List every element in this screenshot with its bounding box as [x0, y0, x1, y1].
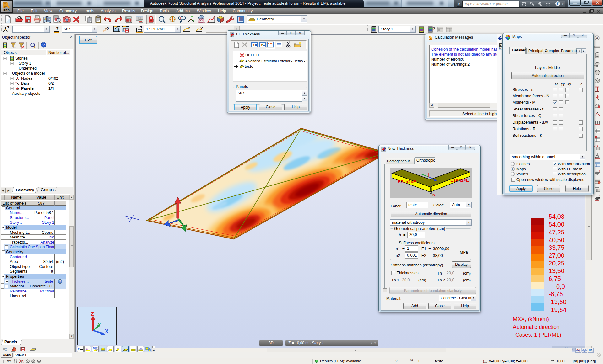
svg-text:N12: N12	[93, 347, 98, 350]
svg-text:h: h	[432, 193, 435, 197]
svg-text:n: n	[78, 347, 80, 351]
svg-text:?: ?	[433, 26, 435, 31]
svg-text:n: n	[86, 347, 88, 350]
svg-text:?: ?	[59, 280, 61, 283]
svg-text:E1=n1×E: E1=n1×E	[450, 178, 469, 183]
svg-text:X: X	[105, 329, 109, 335]
svg-text:Z: Z	[91, 311, 94, 317]
svg-text:?: ?	[106, 26, 109, 31]
svg-text:?: ?	[200, 26, 203, 30]
svg-text:V?: V?	[7, 359, 11, 363]
svg-text:?: ?	[188, 26, 190, 30]
svg-text:?: ?	[139, 26, 142, 30]
svg-text:123: 123	[139, 347, 142, 350]
svg-text:?: ?	[42, 43, 45, 47]
svg-text:E2=n2×E: E2=n2×E	[398, 179, 416, 184]
svg-text:?: ?	[7, 26, 9, 30]
svg-text:A: A	[596, 36, 598, 40]
svg-text:?: ?	[56, 26, 59, 31]
